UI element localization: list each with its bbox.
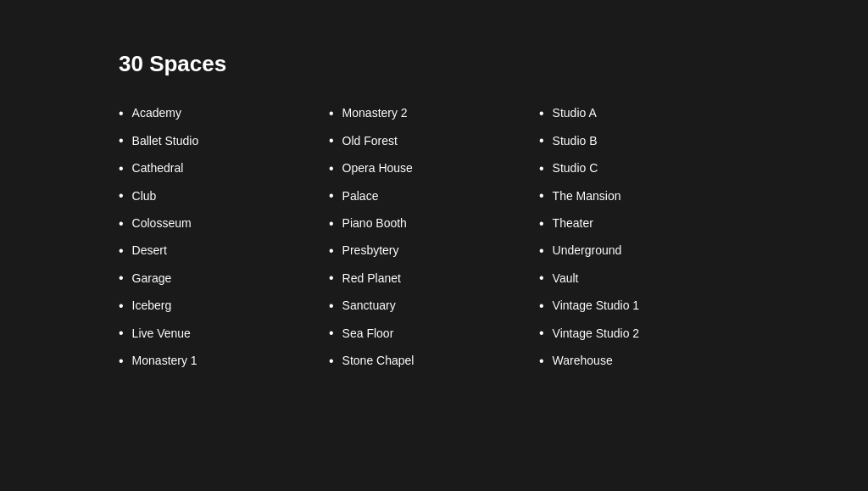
list-item: Studio C (539, 159, 749, 178)
list-item: Colosseum (119, 215, 329, 233)
list-item: The Mansion (539, 187, 749, 205)
list-item: Vintage Studio 1 (539, 297, 749, 315)
column-2: Monastery 2Old ForestOpera HousePalacePi… (329, 104, 539, 379)
list-item: Vault (539, 269, 749, 287)
list-item: Sanctuary (329, 297, 539, 315)
page-title: 30 Spaces (119, 51, 749, 77)
list-item: Desert (119, 242, 329, 260)
list-item: Ballet Studio (119, 131, 329, 150)
column-3: Studio AStudio BStudio CThe MansionTheat… (539, 104, 749, 379)
list-item: Live Venue (119, 324, 329, 343)
list-item: Garage (119, 269, 329, 287)
columns-layout: AcademyBallet StudioCathedralClubColosse… (119, 104, 749, 379)
list-item: Warehouse (539, 352, 749, 371)
list-item: Club (119, 187, 329, 205)
list-item: Studio B (539, 131, 749, 150)
list-item: Underground (539, 242, 749, 260)
list-item: Red Planet (329, 269, 539, 287)
list-item: Presbytery (329, 242, 539, 260)
list-item: Sea Floor (329, 324, 539, 343)
main-container: 30 Spaces AcademyBallet StudioCathedralC… (119, 51, 749, 379)
list-item: Old Forest (329, 131, 539, 150)
list-item: Stone Chapel (329, 352, 539, 371)
list-item: Monastery 1 (119, 352, 329, 371)
list-item: Academy (119, 104, 329, 123)
list-item: Iceberg (119, 297, 329, 315)
list-item: Cathedral (119, 159, 329, 178)
list-item: Vintage Studio 2 (539, 324, 749, 343)
list-item: Theater (539, 215, 749, 233)
list-item: Palace (329, 187, 539, 205)
list-item: Opera House (329, 159, 539, 178)
column-1: AcademyBallet StudioCathedralClubColosse… (119, 104, 329, 379)
list-item: Studio A (539, 104, 749, 123)
list-item: Piano Booth (329, 215, 539, 233)
list-item: Monastery 2 (329, 104, 539, 123)
